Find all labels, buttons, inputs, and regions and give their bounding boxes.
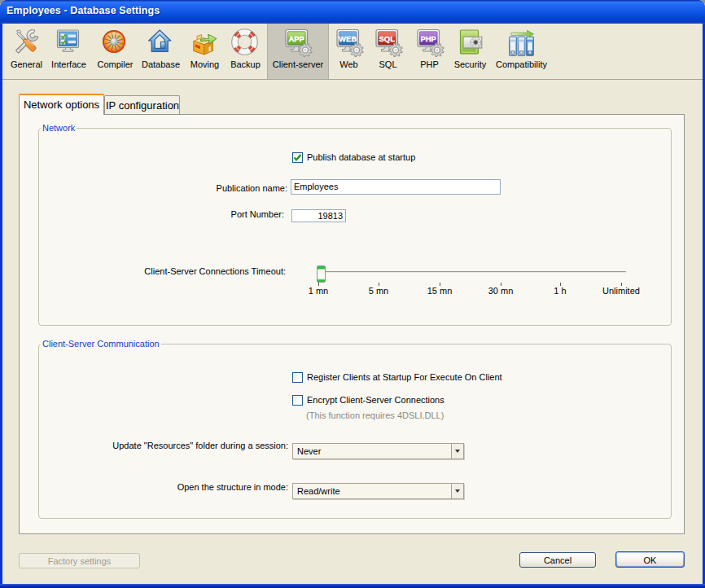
svg-text:WEB: WEB (339, 34, 357, 43)
svg-text:SQL: SQL (379, 34, 395, 43)
svg-text:APP: APP (288, 34, 304, 43)
svg-text:PHP: PHP (420, 34, 436, 43)
